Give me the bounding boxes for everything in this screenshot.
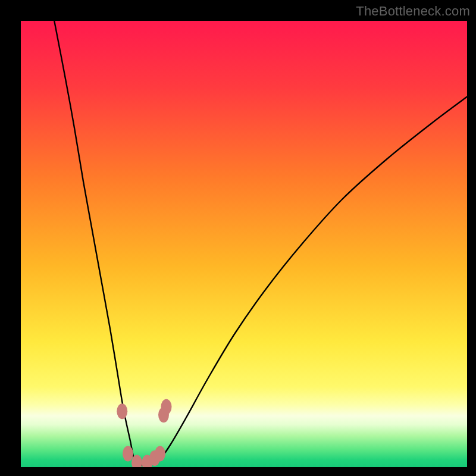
gradient-bg — [21, 21, 467, 467]
outer-frame: TheBottleneck.com — [0, 0, 476, 476]
data-marker — [155, 446, 165, 462]
data-marker — [117, 403, 127, 419]
data-marker — [161, 399, 172, 415]
chart-svg — [21, 21, 467, 467]
plot-area — [21, 21, 467, 467]
data-marker — [123, 446, 133, 462]
watermark-text: TheBottleneck.com — [356, 4, 470, 19]
